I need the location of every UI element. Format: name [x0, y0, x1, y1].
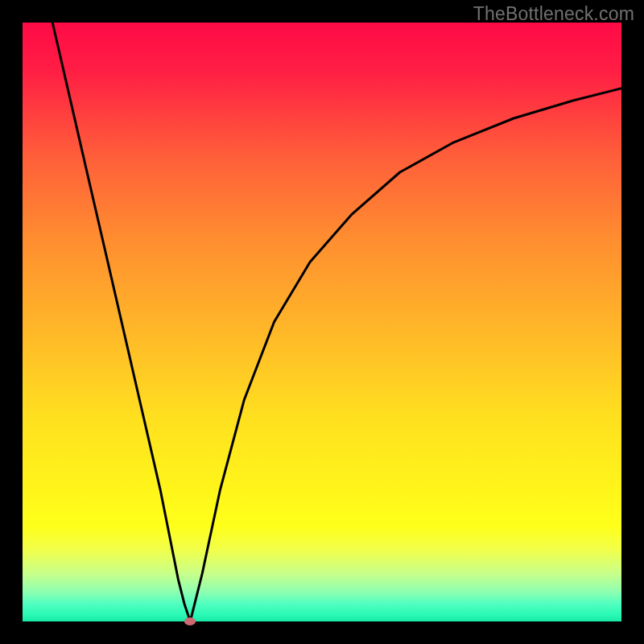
bottleneck-curve — [23, 23, 621, 621]
gradient-plot-area — [23, 23, 621, 621]
watermark-text: TheBottleneck.com — [473, 3, 634, 25]
optimal-point-marker — [184, 617, 196, 625]
